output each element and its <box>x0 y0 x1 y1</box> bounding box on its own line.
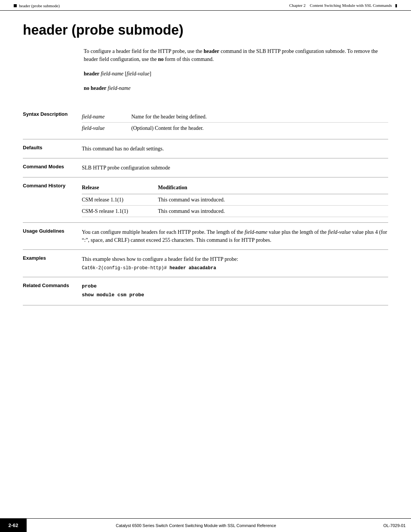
related-commands-label: Related Commands <box>23 283 82 288</box>
command-modes-section: Command Modes SLB HTTP probe configurati… <box>23 158 388 177</box>
page-title: header (probe submode) <box>23 22 388 38</box>
defaults-content: This command has no default settings. <box>82 145 388 153</box>
related-commands-content: probe show module csm probe <box>82 283 388 300</box>
history-release-1: CSM release 1.1(1) <box>82 194 158 206</box>
top-header: header (probe submode) Chapter 2 Content… <box>0 0 411 11</box>
history-col-modification: Modification <box>158 183 388 194</box>
intro-paragraph: To configure a header field for the HTTP… <box>84 47 388 63</box>
syntax-line-2: no header field-name <box>84 85 388 91</box>
related-cmd-1: probe <box>82 283 388 290</box>
header-left: header (probe submode) <box>14 3 60 8</box>
syntax-description-section: Syntax Description field-name Name for t… <box>23 106 388 139</box>
footer-page-number: 2-62 <box>0 519 27 532</box>
header-section-label: header (probe submode) <box>19 3 60 8</box>
usage-guidelines-section: Usage Guidelines You can configure multi… <box>23 223 388 250</box>
page-content: header (probe submode) To configure a he… <box>0 11 411 336</box>
syntax-term-2: field-value <box>82 123 131 134</box>
header-chapter-title: Content Switching Module with SSL Comman… <box>310 3 392 8</box>
header-right: Chapter 2 Content Switching Module with … <box>289 3 397 8</box>
history-mod-2: This command was introduced. <box>158 206 388 217</box>
command-modes-label: Command Modes <box>23 164 82 169</box>
header-chapter: Chapter 2 <box>289 3 306 8</box>
defaults-label: Defaults <box>23 145 82 150</box>
square-icon <box>14 4 17 7</box>
command-modes-content: SLB HTTP probe configuration submode <box>82 164 388 172</box>
related-commands-section: Related Commands probe show module csm p… <box>23 277 388 305</box>
footer-right-text: OL-7029-01 <box>365 519 411 532</box>
syntax-line-1: header field-name [field-value] <box>84 71 388 77</box>
examples-label: Examples <box>23 255 82 261</box>
examples-code: Cat6k-2(config-slb-probe-http)# header a… <box>82 265 388 272</box>
history-table: Release Modification CSM release 1.1(1) … <box>82 183 388 217</box>
history-release-2: CSM-S release 1.1(1) <box>82 206 158 217</box>
command-history-content: Release Modification CSM release 1.1(1) … <box>82 183 388 217</box>
code-command: header abacadabra <box>169 265 216 271</box>
history-row-1: CSM release 1.1(1) This command was intr… <box>82 194 388 206</box>
code-prefix: Cat6k-2(config-slb-probe-http)# <box>82 265 169 271</box>
examples-content: This example shows how to configure a he… <box>82 255 388 272</box>
footer-center-text: Catalyst 6500 Series Switch Content Swit… <box>27 519 365 532</box>
syntax-description-content: field-name Name for the header being def… <box>82 111 388 134</box>
syntax-row-2: field-value (Optional) Content for the h… <box>82 123 388 134</box>
history-header-row: Release Modification <box>82 183 388 194</box>
defaults-section: Defaults This command has no default set… <box>23 139 388 158</box>
history-row-2: CSM-S release 1.1(1) This command was in… <box>82 206 388 217</box>
related-cmd-2: show module csm probe <box>82 291 388 299</box>
history-col-release: Release <box>82 183 158 194</box>
usage-guidelines-content: You can configure multiple headers for e… <box>82 228 388 244</box>
command-history-label: Command History <box>23 183 82 189</box>
examples-section: Examples This example shows how to confi… <box>23 250 388 277</box>
command-history-section: Command History Release Modification CSM… <box>23 177 388 223</box>
history-mod-1: This command was introduced. <box>158 194 388 206</box>
syntax-row-1: field-name Name for the header being def… <box>82 111 388 123</box>
page-footer: 2-62 Catalyst 6500 Series Switch Content… <box>0 518 411 532</box>
examples-text: This example shows how to configure a he… <box>82 256 238 262</box>
syntax-desc-1: Name for the header being defined. <box>131 111 388 123</box>
usage-guidelines-label: Usage Guidelines <box>23 228 82 234</box>
syntax-description-label: Syntax Description <box>23 111 82 117</box>
syntax-term-1: field-name <box>82 111 131 123</box>
syntax-table: field-name Name for the header being def… <box>82 111 388 134</box>
syntax-desc-2: (Optional) Content for the header. <box>131 123 388 134</box>
